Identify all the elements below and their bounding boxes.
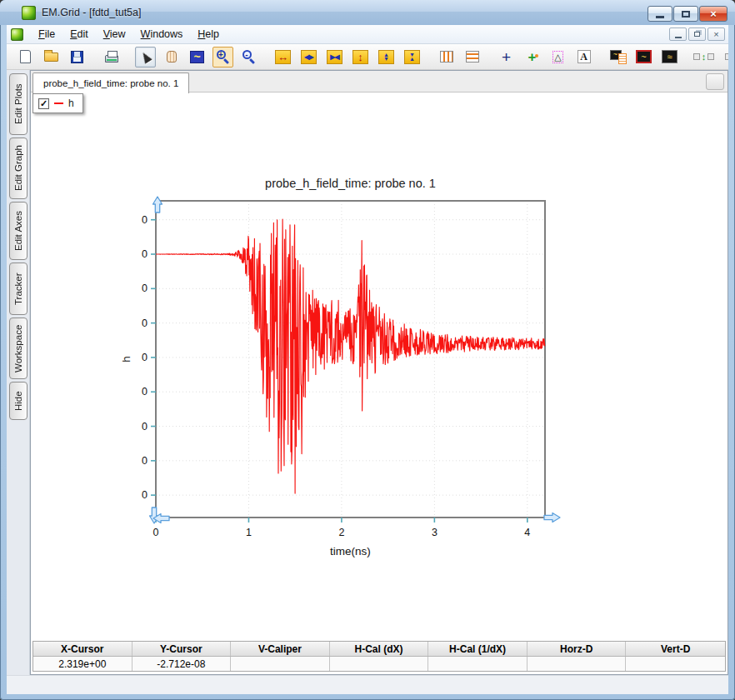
toolbar-group [436, 47, 482, 68]
print-button[interactable] [101, 47, 122, 68]
legend: ✓ h [32, 93, 83, 113]
menu-file[interactable]: File [31, 26, 62, 42]
column-header: X-Cursor [33, 642, 132, 656]
document-tab[interactable]: probe_h_field_time: probe no. 1 [32, 72, 189, 93]
widen-y-icon: ▲▼ [378, 50, 394, 64]
tracker-tool-icon: + [528, 50, 537, 64]
expand-y-icon: ↕ [352, 50, 368, 64]
chart-title: probe_h_field_time: probe no. 1 [265, 177, 436, 190]
widen-x-icon: ◀▶ [301, 50, 317, 64]
menu-view[interactable]: View [96, 26, 133, 42]
value-cell [231, 657, 330, 671]
plot-single-button[interactable]: ~ [633, 47, 654, 68]
expand-x-icon: ↔ [275, 50, 291, 64]
waveform-h [156, 219, 545, 493]
sidebar-tab-edit-plots[interactable]: Edit Plots [9, 73, 28, 135]
zoom-out-button[interactable]: - [238, 47, 259, 68]
sidebar-tab-workspace[interactable]: Workspace [9, 318, 28, 379]
sidebar-tab-edit-axes[interactable]: Edit Axes [9, 202, 28, 260]
toolbar-group [101, 47, 122, 68]
close-icon: × [710, 8, 717, 19]
cursor-readout-table: X-CursorY-CursorV-CaliperH-Cal (dX)H-Cal… [32, 641, 726, 672]
crosshair-button[interactable]: + [496, 47, 517, 68]
shrink-y-button[interactable]: ▼▲ [402, 47, 422, 68]
shrink-x-button[interactable]: ▶◀ [324, 47, 345, 68]
x-tick-label: 1 [246, 527, 252, 538]
mdi-close-button[interactable]: × [708, 28, 725, 41]
sidebar-tab-edit-graph[interactable]: Edit Graph [9, 138, 28, 199]
close-button[interactable]: × [699, 6, 728, 22]
caption-buttons: × [648, 6, 728, 22]
crosshair-icon: + [502, 49, 511, 65]
zoom-window-icon: ~ [190, 51, 204, 63]
value-cell: 2.319e+00 [33, 657, 132, 671]
zoom-out-icon: - [242, 49, 257, 64]
status-bar [7, 675, 728, 694]
pan-hand-button[interactable] [161, 47, 182, 68]
toolbar-group: ~+- [135, 47, 259, 68]
y-tick-label: 0 [142, 386, 148, 398]
menu-windows[interactable]: Windows [133, 26, 191, 42]
horizontal-markers-button[interactable] [462, 47, 482, 68]
menu-help[interactable]: Help [190, 26, 227, 42]
x-tick-label: 2 [338, 527, 344, 538]
minimize-button[interactable] [648, 6, 672, 22]
vertical-markers-icon [440, 51, 453, 62]
axis-arrow-up[interactable] [153, 197, 162, 212]
maximize-button[interactable] [673, 6, 698, 22]
plot-with-legend-button[interactable] [608, 47, 628, 68]
print-icon [105, 55, 118, 62]
client-area: Edit PlotsEdit GraphEdit AxesTrackerWork… [7, 70, 728, 694]
widen-y-button[interactable]: ▲▼ [376, 47, 397, 68]
app-window: EM.Grid - [fdtd_tut5a] × FileEditViewWin… [0, 0, 735, 700]
mdi-restore-button[interactable] [688, 28, 706, 41]
maximize-icon [682, 11, 690, 18]
titlebar: EM.Grid - [fdtd_tut5a] × [0, 0, 735, 25]
align-horizontal-button[interactable]: ↔ [728, 47, 728, 68]
mdi-restore-icon [694, 32, 700, 37]
y-tick-label: 0 [142, 352, 148, 363]
y-tick-label: 0 [142, 455, 148, 467]
open-file-button[interactable] [41, 47, 62, 68]
select-pointer-button[interactable] [135, 47, 156, 68]
column-header: Vert-D [626, 642, 725, 656]
tab-bar: probe_h_field_time: probe no. 1 [31, 71, 728, 92]
widen-x-button[interactable]: ◀▶ [298, 47, 319, 68]
x-tick-label: 0 [153, 527, 159, 538]
new-file-icon [20, 50, 31, 63]
mdi-buttons: × [669, 28, 725, 41]
text-annotation-button[interactable]: A [573, 47, 594, 68]
sidebar-tab-hide[interactable]: Hide [9, 382, 28, 420]
align-vertical-button[interactable]: ↕ [693, 47, 714, 68]
y-tick-label: 0 [142, 248, 148, 260]
toolbar-group: ~≈ [608, 47, 680, 68]
expand-x-button[interactable]: ↔ [272, 47, 293, 68]
y-tick-label: 0 [142, 318, 148, 329]
new-file-button[interactable] [15, 47, 36, 68]
value-cell [428, 657, 528, 671]
mdi-minimize-button[interactable] [669, 28, 687, 41]
sidebar-tab-tracker[interactable]: Tracker [9, 262, 28, 315]
plot-multi-icon: ≈ [662, 50, 678, 63]
tracker-tool-button[interactable]: + [522, 47, 542, 68]
vertical-markers-button[interactable] [436, 47, 457, 68]
zoom-window-button[interactable]: ~ [187, 47, 208, 68]
align-horizontal-icon: ↔ [725, 52, 728, 62]
tab-overflow-button[interactable] [706, 73, 724, 90]
caliper-tool-icon: △ [552, 51, 562, 63]
mdi-close-icon: × [713, 29, 718, 39]
save-button[interactable] [67, 47, 88, 68]
zoom-in-button[interactable]: + [212, 47, 233, 68]
expand-y-button[interactable]: ↕ [350, 47, 371, 68]
toolbar: ~+-↔◀▶▶◀↕▲▼▼▲++△A~≈↕↔Layout [7, 44, 728, 70]
window-title: EM.Grid - [fdtd_tut5a] [42, 7, 142, 18]
menu-edit[interactable]: Edit [62, 26, 96, 42]
legend-checkbox[interactable]: ✓ [38, 98, 49, 109]
caliper-tool-button[interactable]: △ [548, 47, 568, 68]
menu-items: FileEditViewWindowsHelp [31, 26, 227, 42]
cursor-table-vals-row: 2.319e+00-2.712e-08 [33, 657, 725, 671]
axis-arrow-right[interactable] [544, 513, 560, 522]
plot-multi-button[interactable]: ≈ [659, 47, 680, 68]
cursor-table-head-row: X-CursorY-CursorV-CaliperH-Cal (dX)H-Cal… [33, 642, 725, 657]
column-header: Horz-D [528, 642, 627, 656]
